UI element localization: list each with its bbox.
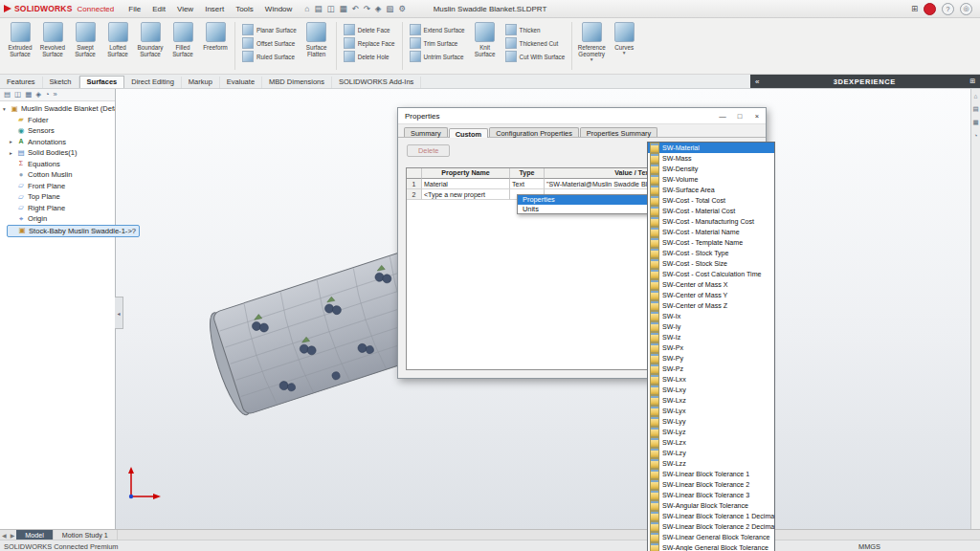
ribbon-small-button[interactable]: Ruled Surface bbox=[238, 50, 301, 63]
propertymanager-tab-icon[interactable]: ◫ bbox=[14, 90, 21, 99]
property-dropdown-item[interactable]: SW-Lxy bbox=[648, 385, 774, 395]
ribbon-small-button[interactable]: Untrim Surface bbox=[406, 50, 469, 63]
command-tab[interactable]: SOLIDWORKS Add-Ins bbox=[332, 77, 421, 88]
ribbon-large-button[interactable]: Surface Flatten bbox=[301, 19, 333, 73]
property-dropdown-item[interactable]: SW-Cost - Template Name bbox=[648, 237, 774, 248]
property-dropdown-item[interactable]: SW-Linear General Block Tolerance bbox=[648, 532, 774, 542]
ribbon-large-button[interactable]: Boundary Surface bbox=[134, 19, 167, 73]
property-dropdown-item[interactable]: SW-Cost - Stock Size bbox=[648, 258, 774, 269]
ribbon-large-button[interactable]: Revolved Surface bbox=[36, 19, 69, 73]
property-dropdown-item[interactable]: SW-Linear Block Tolerance 1 Decimals bbox=[648, 511, 774, 521]
property-dropdown-item[interactable]: SW-Density bbox=[648, 164, 774, 174]
design-library-icon[interactable]: ▤ bbox=[972, 105, 978, 113]
command-tab[interactable]: Sketch bbox=[43, 77, 79, 88]
property-type-cell[interactable]: Text bbox=[510, 179, 545, 189]
feature-tree-item[interactable]: Sensors bbox=[7, 125, 115, 137]
ribbon-small-button[interactable]: Delete Hole bbox=[340, 50, 399, 63]
featuremanager-tab-icon[interactable]: ▤ bbox=[4, 90, 11, 99]
property-dropdown-item[interactable]: SW-Lzz bbox=[648, 458, 774, 469]
menu-item[interactable]: Insert bbox=[200, 4, 229, 14]
property-dropdown-item[interactable]: SW-Angular Block Tolerance bbox=[648, 500, 774, 511]
property-dropdown-item[interactable]: SW-Iz bbox=[648, 332, 774, 342]
displaymanager-tab-icon[interactable]: ◔ bbox=[45, 90, 50, 99]
dialog-tab[interactable]: Custom bbox=[449, 128, 489, 138]
property-dropdown-item[interactable]: SW-Linear Block Tolerance 2 Decimals bbox=[648, 521, 774, 532]
panel-splitter-handle[interactable]: ◂ bbox=[115, 297, 123, 329]
delete-button[interactable]: Delete bbox=[407, 144, 450, 157]
dimxpert-tab-icon[interactable]: ◈ bbox=[35, 90, 41, 99]
property-dropdown-item[interactable]: SW-Center of Mass Z bbox=[648, 300, 774, 311]
ribbon-small-button[interactable]: Thickened Cut bbox=[501, 36, 569, 50]
property-dropdown-item[interactable]: SW-Linear Block Tolerance 3 bbox=[648, 490, 774, 500]
ribbon-small-button[interactable]: Trim Surface bbox=[406, 36, 469, 50]
feature-tree-item[interactable]: ▾ Muslin Swaddle Blanket (Default) <<D bbox=[0, 103, 115, 115]
property-dropdown-item[interactable]: SW-Cost - Cost Calculation Time bbox=[648, 269, 774, 279]
panel-expand-icon[interactable]: » bbox=[54, 90, 57, 99]
open-icon[interactable]: ▤ bbox=[314, 4, 322, 13]
apps-grid-icon[interactable]: ⊞ bbox=[911, 4, 918, 13]
property-dropdown-item[interactable]: SW-Ix bbox=[648, 311, 774, 321]
threedexperience-tab-icon[interactable]: ⌂ bbox=[974, 93, 978, 99]
menu-item[interactable]: Tools bbox=[231, 4, 258, 14]
command-tab[interactable]: Markup bbox=[182, 77, 220, 88]
ribbon-small-button[interactable]: Thicken bbox=[501, 23, 569, 36]
dialog-tab[interactable]: Summary bbox=[404, 127, 448, 137]
ribbon-large-button[interactable]: Swept Surface bbox=[69, 19, 101, 73]
command-tab[interactable]: Evaluate bbox=[220, 77, 262, 88]
rebuild-icon[interactable]: ◈ bbox=[375, 4, 382, 13]
property-dropdown-item[interactable]: SW-Volume bbox=[648, 174, 774, 185]
feature-tree-item[interactable]: Origin bbox=[7, 213, 115, 225]
feature-tree-item[interactable]: ▸ Solid Bodies(1) bbox=[7, 147, 115, 159]
dialog-maximize-button[interactable]: □ bbox=[731, 108, 748, 123]
feature-tree-item[interactable]: Cotton Muslin bbox=[7, 169, 115, 181]
context-menu-item[interactable]: Properties bbox=[518, 195, 663, 205]
property-dropdown-item[interactable]: SW-Angle General Block Tolerance bbox=[648, 542, 774, 551]
save-icon[interactable]: ◫ bbox=[326, 4, 334, 13]
ribbon-large-button[interactable]: Lofted Surface bbox=[101, 19, 134, 73]
ribbon-small-button[interactable]: Planar Surface bbox=[238, 23, 301, 36]
menu-item[interactable]: View bbox=[172, 4, 198, 14]
dialog-title-bar[interactable]: Properties —□× bbox=[398, 108, 766, 124]
property-dropdown-item[interactable]: SW-Linear Block Tolerance 2 bbox=[648, 479, 774, 490]
dialog-close-button[interactable]: × bbox=[748, 108, 766, 123]
dialog-tab[interactable]: Configuration Properties bbox=[489, 127, 579, 137]
options-icon[interactable]: ⚙ bbox=[398, 4, 406, 13]
feature-tree-item[interactable]: Right Plane bbox=[7, 203, 115, 214]
property-dropdown-item[interactable]: SW-Center of Mass Y bbox=[648, 290, 774, 300]
property-dropdown-item[interactable]: SW-Pz bbox=[648, 364, 774, 374]
feature-tree-item[interactable]: ▸ Annotations bbox=[7, 137, 115, 148]
property-dropdown-item[interactable]: SW-Cost - Material Name bbox=[648, 227, 774, 237]
ribbon-small-button[interactable]: Extend Surface bbox=[406, 23, 469, 36]
command-tab[interactable]: Features bbox=[0, 77, 43, 88]
ribbon-large-button[interactable]: Curves bbox=[608, 19, 640, 73]
command-tab[interactable]: MBD Dimensions bbox=[262, 77, 332, 88]
menu-item[interactable]: Window bbox=[260, 4, 297, 14]
appearances-icon[interactable]: ◔ bbox=[974, 132, 978, 139]
property-dropdown-item[interactable]: SW-Lxx bbox=[648, 374, 774, 385]
property-dropdown-item[interactable]: SW-Lyy bbox=[648, 416, 774, 427]
undo-icon[interactable]: ↶ bbox=[352, 4, 359, 13]
configurationmanager-tab-icon[interactable]: ▦ bbox=[25, 90, 32, 99]
property-dropdown-item[interactable]: SW-Iy bbox=[648, 321, 774, 332]
feature-tree-item[interactable]: Folder bbox=[7, 115, 115, 126]
dialog-tab[interactable]: Properties Summary bbox=[580, 127, 657, 137]
feature-tree-item[interactable]: Front Plane bbox=[7, 181, 115, 192]
help-icon[interactable]: ? bbox=[942, 3, 954, 15]
file-explorer-icon[interactable]: ▦ bbox=[972, 119, 978, 126]
property-dropdown-item[interactable]: SW-Center of Mass X bbox=[648, 279, 774, 290]
property-dropdown-item[interactable]: SW-Cost - Total Cost bbox=[648, 195, 774, 206]
ribbon-large-button[interactable]: Reference Geometry bbox=[575, 19, 608, 73]
property-dropdown-item[interactable]: SW-Lzx bbox=[648, 437, 774, 448]
home-icon[interactable]: ⌂ bbox=[304, 4, 309, 13]
property-dropdown-item[interactable]: SW-Lyz bbox=[648, 427, 774, 437]
ribbon-small-button[interactable]: Offset Surface bbox=[238, 36, 301, 50]
property-dropdown-item[interactable]: SW-Py bbox=[648, 353, 774, 364]
property-dropdown-item[interactable]: SW-Lzy bbox=[648, 448, 774, 458]
expand-arrow-icon[interactable]: ▸ bbox=[10, 150, 16, 156]
dialog-minimize-button[interactable]: — bbox=[714, 108, 731, 123]
file-properties-icon[interactable]: ▧ bbox=[386, 4, 393, 13]
panel-collapse-icon[interactable]: « bbox=[750, 77, 764, 86]
feature-tree-item[interactable]: Top Plane bbox=[7, 191, 115, 203]
context-menu-item[interactable]: Units bbox=[518, 205, 663, 214]
property-dropdown-item[interactable]: SW-Mass bbox=[648, 153, 774, 164]
